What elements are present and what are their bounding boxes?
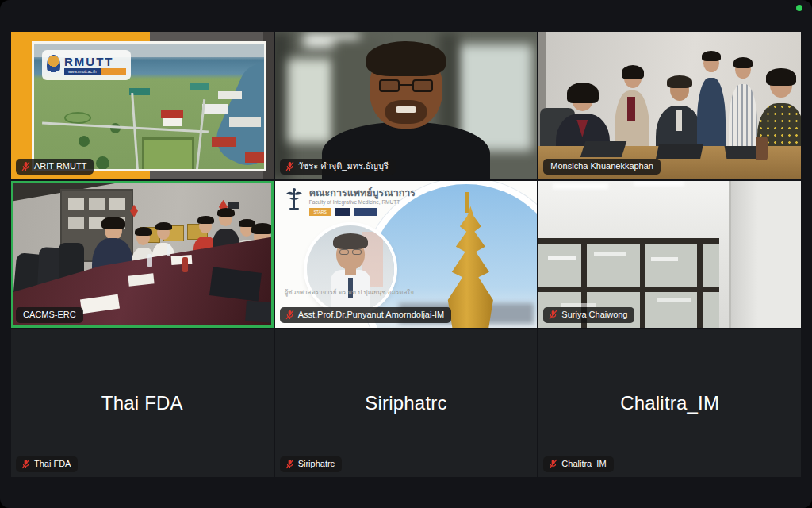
person-hair xyxy=(733,57,753,68)
water-bottle xyxy=(167,244,170,256)
nameplate: Monsicha Khuanekkaphan xyxy=(543,159,661,175)
participant-tile-cacms-erc[interactable]: CACMS-ERC xyxy=(11,181,274,329)
participant-name: Siriphatrc xyxy=(298,459,335,469)
phone xyxy=(228,202,239,209)
building-shape xyxy=(202,104,228,114)
stadium xyxy=(64,112,91,124)
tree-cluster xyxy=(96,156,109,170)
participant-name: วัชระ คำจุติ_มทร.ธัญบุรี xyxy=(298,161,389,171)
portrait-glasses xyxy=(352,249,362,255)
water-bottle xyxy=(147,254,152,267)
person-hair xyxy=(135,227,152,236)
participant-name: CACMS-ERC xyxy=(23,310,76,320)
caduceus-icon xyxy=(285,187,304,211)
participant-tile-arit-rmutt[interactable]: RMUTT www.rmutt.ac.th ARIT RMUTT xyxy=(11,32,274,179)
rmutt-emblem-icon xyxy=(47,55,60,75)
participant-name: Thai FDA xyxy=(34,459,71,469)
plaque xyxy=(68,217,84,229)
pagoda-spire xyxy=(465,192,469,213)
camera-active-indicator xyxy=(796,5,802,11)
nameplate: ARIT RMUTT xyxy=(16,159,94,175)
person-hair xyxy=(197,216,214,224)
central-hall xyxy=(163,118,182,126)
plaque xyxy=(109,198,125,210)
building-shape xyxy=(190,83,209,90)
campus-aerial-photo: RMUTT www.rmutt.ac.th xyxy=(32,41,266,171)
wall-pillar xyxy=(730,181,801,329)
person-smile xyxy=(396,106,416,113)
glass-reflection xyxy=(561,303,596,307)
person-hair xyxy=(702,51,721,61)
coffee-tumbler xyxy=(756,137,768,160)
participant-tile-siriphatrc[interactable]: Siriphatrc Siriphatrc xyxy=(275,329,538,477)
laptop xyxy=(580,141,626,157)
participant-tile-thai-fda[interactable]: Thai FDA Thai FDA xyxy=(11,329,274,477)
central-hall-roof xyxy=(161,110,183,118)
participant-name: ARIT RMUTT xyxy=(34,161,86,171)
muted-mic-icon xyxy=(285,161,294,171)
window-frame-top xyxy=(538,238,719,244)
participant-tile-punyanut[interactable]: คณะการแพทย์บูรณาการ Faculty of Integrati… xyxy=(275,181,538,329)
participant-tile-watchara[interactable]: วัชระ คำจุติ_มทร.ธัญบุรี xyxy=(275,32,538,179)
nameplate: Siriphatrc xyxy=(280,456,342,472)
portrait-caption: ผู้ช่วยศาสตราจารย์ ดร.พท.ป.ปุณยนุช อมรดล… xyxy=(285,287,414,298)
person-hair xyxy=(766,68,796,86)
person-hair xyxy=(102,217,125,229)
nameplate: Chalitra_IM xyxy=(543,456,613,472)
portrait-glasses xyxy=(339,249,349,255)
accreditation-badges: STARS xyxy=(309,208,416,216)
road xyxy=(42,122,209,133)
participant-name: Suriya Chaiwong xyxy=(561,310,627,320)
badge xyxy=(354,208,377,216)
thermos-bottle xyxy=(182,257,188,272)
muted-mic-icon xyxy=(549,459,557,469)
nameplate: Suriya Chaiwong xyxy=(543,307,634,323)
portrait-hair xyxy=(333,233,368,249)
person-hair xyxy=(155,222,172,230)
window-mullion xyxy=(640,238,645,328)
glass-reflection xyxy=(594,252,626,256)
road xyxy=(131,93,140,171)
glasses-bridge xyxy=(400,84,412,86)
faculty-title-en: Faculty of Integrative Medicine, RMUTT xyxy=(309,198,416,206)
participant-tile-suriya[interactable]: Suriya Chaiwong xyxy=(538,181,801,329)
participant-tile-monsicha[interactable]: Monsicha Khuanekkaphan xyxy=(538,32,801,179)
faculty-title-th: คณะการแพทย์บูรณาการ xyxy=(309,187,416,198)
nameplate: CACMS-ERC xyxy=(16,307,83,323)
person-shirt xyxy=(676,110,682,131)
portrait-photo-circle xyxy=(307,225,394,313)
badge xyxy=(335,208,350,216)
rmutt-logo: RMUTT www.rmutt.ac.th xyxy=(42,50,131,80)
participant-display-name: Chalitra_IM xyxy=(538,329,801,477)
plaque xyxy=(89,198,105,210)
slide-header: คณะการแพทย์บูรณาการ Faculty of Integrati… xyxy=(285,187,416,216)
participant-tile-chalitra[interactable]: Chalitra_IM Chalitra_IM xyxy=(538,329,801,477)
glass-reflection xyxy=(651,257,678,261)
person-hair xyxy=(251,223,274,234)
pillar-edge xyxy=(729,181,731,329)
paper-document xyxy=(171,255,193,265)
window-frame-mid xyxy=(538,287,719,292)
laptop xyxy=(245,300,274,323)
nameplate: วัชระ คำจุติ_มทร.ธัญบุรี xyxy=(280,159,396,175)
muted-mic-icon xyxy=(549,310,557,320)
muted-mic-icon xyxy=(285,310,294,320)
glass-reflection xyxy=(548,256,576,260)
ceiling-light xyxy=(634,181,684,186)
participant-name: Asst.Prof.Dr.Punyanut Amorndoljai-IM xyxy=(298,310,445,320)
participant-grid: RMUTT www.rmutt.ac.th ARIT RMUTT xyxy=(11,32,801,477)
plaque xyxy=(68,198,84,210)
participant-display-name: Siriphatrc xyxy=(275,329,538,477)
glasses-left-lens xyxy=(379,79,400,92)
ceiling-light xyxy=(553,183,608,189)
window-mullion xyxy=(697,238,703,328)
laptop xyxy=(209,267,262,301)
stars-badge: STARS xyxy=(309,208,331,216)
red-roof-building xyxy=(212,137,236,147)
red-roof-building xyxy=(245,152,266,163)
participant-name: Chalitra_IM xyxy=(561,459,606,469)
participant-name: Monsicha Khuanekkaphan xyxy=(550,161,653,171)
person-hair xyxy=(366,41,446,76)
muted-mic-icon xyxy=(285,459,294,469)
person-hair xyxy=(567,83,599,103)
